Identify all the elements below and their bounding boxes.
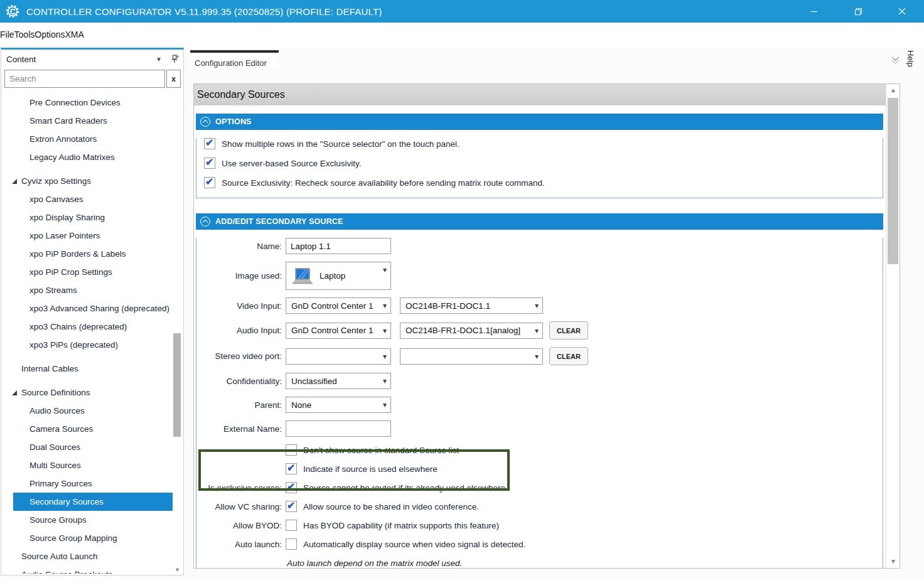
app-gear-icon: C xyxy=(5,4,20,19)
scrollbar-thumb[interactable] xyxy=(888,98,898,264)
dont-show-checkbox[interactable]: ✔ xyxy=(286,444,297,456)
checkbox-label: Show multiple rows in the "Source select… xyxy=(222,139,459,149)
name-label: Name: xyxy=(196,242,282,251)
name-input[interactable] xyxy=(286,238,391,254)
byod-checkbox[interactable]: ✔ xyxy=(286,520,297,531)
tree-item-label: Audio Source Breakouts xyxy=(21,570,113,574)
close-button[interactable] xyxy=(880,0,924,23)
menu-options[interactable]: Options xyxy=(35,26,65,43)
tree-item[interactable]: Primary Sources xyxy=(1,474,183,493)
menu-file[interactable]: File xyxy=(0,26,14,43)
checkbox-label: Use server-based Source Exclusivity. xyxy=(222,159,362,168)
addedit-section-header[interactable]: ADD/EDIT SECONDARY SOURCE xyxy=(196,213,883,230)
menu-tools[interactable]: Tools xyxy=(14,26,35,43)
tab-label: Configuration Editor xyxy=(195,58,267,68)
audio-port-value: OC214B-FR1-DOC1.1[analog] xyxy=(406,326,520,335)
collapse-chevrons-icon[interactable] xyxy=(891,56,900,65)
close-icon xyxy=(898,8,906,15)
vc-sharing-label: Allow VC sharing: xyxy=(196,502,282,511)
audio-device-dropdown[interactable]: GnD Control Center 1 xyxy=(286,323,391,339)
auto-launch-checkbox[interactable]: ✔ xyxy=(286,538,297,550)
indicate-checkbox[interactable]: ✔ xyxy=(286,463,297,474)
checkbox[interactable]: ✔ xyxy=(204,138,215,149)
tree-item[interactable]: Audio Sources xyxy=(1,402,183,420)
tree-item[interactable]: Source Groups xyxy=(1,511,183,529)
tree-item[interactable]: xpo Canvases xyxy=(1,190,183,208)
tree-item[interactable]: Source Auto Launch xyxy=(1,547,183,565)
content-sidebar: Content ▼ x Pre Connection Devices Smart… xyxy=(1,48,184,575)
tree-item[interactable]: xpo3 PiPs (deprecated) xyxy=(1,336,183,354)
stereo-device-dropdown[interactable] xyxy=(286,348,391,365)
external-name-input[interactable] xyxy=(286,420,391,437)
tab-configuration-editor[interactable]: Configuration Editor xyxy=(190,50,279,68)
tree-item[interactable]: Dual Sources xyxy=(1,438,183,456)
menu-m[interactable]: M xyxy=(71,26,78,43)
sidebar-header: Content ▼ xyxy=(1,50,183,68)
tree-item[interactable]: xpo3 Advanced Sharing (deprecated) xyxy=(1,299,183,318)
tree-item[interactable]: xpo PiP Borders & Labels xyxy=(1,245,183,263)
options-section-header[interactable]: OPTIONS xyxy=(196,114,883,130)
scroll-up-icon[interactable]: ▲ xyxy=(173,52,181,60)
collapse-circle-icon[interactable] xyxy=(200,217,210,227)
tree-item[interactable]: Secondary Sources xyxy=(13,493,173,511)
tree-item[interactable]: Source Definitions xyxy=(1,383,183,402)
tree-item[interactable]: xpo3 Chains (deprecated) xyxy=(1,318,183,336)
tree-item-label: Internal Cables xyxy=(21,364,78,373)
tree-item[interactable]: Pre Connection Devices xyxy=(1,94,183,112)
menu-bar: File Tools Options X M A xyxy=(0,23,924,46)
tree-item[interactable]: Source Group Mapping xyxy=(1,529,183,547)
video-input-label: Video Input: xyxy=(196,301,282,311)
tree-item[interactable]: Audio Source Breakouts xyxy=(1,565,183,574)
menu-a[interactable]: A xyxy=(78,26,84,43)
tree-item[interactable]: Internal Cables xyxy=(1,360,183,378)
checkbox[interactable]: ✔ xyxy=(204,158,215,169)
option-row: ✔ Source Exclusivity: Recheck source ava… xyxy=(204,177,883,188)
menu-x[interactable]: X xyxy=(65,26,71,43)
restore-button[interactable] xyxy=(836,0,880,23)
collapse-circle-icon[interactable] xyxy=(200,117,210,127)
tree-item-label: xpo Canvases xyxy=(30,195,83,204)
option-row: ✔ Use server-based Source Exclusivity. xyxy=(204,158,883,169)
minimize-icon xyxy=(810,8,818,15)
exclusive-checkbox[interactable]: ✔ xyxy=(286,482,297,493)
confidentiality-dropdown[interactable]: Unclassified xyxy=(286,373,391,389)
byod-desc-label: Has BYOD capability (if matrix supports … xyxy=(303,521,499,530)
image-used-label: Image used: xyxy=(196,271,282,281)
parent-label: Parent: xyxy=(196,400,282,410)
video-port-dropdown[interactable]: OC214B-FR1-DOC1.1 xyxy=(400,297,543,314)
svg-text:C: C xyxy=(10,8,16,16)
sidebar-scrollbar[interactable]: ▲ ▼ xyxy=(173,52,181,574)
tab-help[interactable]: Help xyxy=(905,48,916,70)
scroll-down-icon[interactable]: ▼ xyxy=(173,566,181,574)
editor-scrollbar[interactable]: ▲ ▼ xyxy=(886,84,900,568)
chevron-down-icon[interactable]: ▼ xyxy=(156,56,162,63)
minimize-button[interactable] xyxy=(792,0,836,23)
app-window: C CONTROLLER CONFIGURATOR V5.11.999.35 (… xyxy=(0,0,924,578)
tree-item[interactable]: Cyviz xpo Settings xyxy=(1,172,183,190)
image-used-dropdown[interactable]: Laptop xyxy=(286,262,391,290)
audio-port-dropdown[interactable]: OC214B-FR1-DOC1.1[analog] xyxy=(400,323,543,339)
audio-clear-button[interactable]: CLEAR xyxy=(549,321,588,340)
tree-item[interactable]: xpo PiP Crop Settings xyxy=(1,263,183,281)
stereo-clear-button[interactable]: CLEAR xyxy=(549,347,588,365)
tree-item[interactable]: Smart Card Readers xyxy=(1,112,183,130)
tree-item[interactable]: xpo Laser Pointers xyxy=(1,227,183,245)
tree-item[interactable]: Legacy Audio Matrixes xyxy=(1,148,183,166)
tree-item-label: xpo Streams xyxy=(30,286,77,295)
tree-item[interactable]: xpo Display Sharing xyxy=(1,208,183,227)
vc-checkbox[interactable]: ✔ xyxy=(286,501,297,512)
video-device-dropdown[interactable]: GnD Control Center 1 xyxy=(286,297,391,314)
search-input[interactable] xyxy=(4,70,165,88)
stereo-port-dropdown[interactable] xyxy=(400,348,543,365)
tree-item[interactable]: Camera Sources xyxy=(1,420,183,438)
tree-item[interactable]: Multi Sources xyxy=(1,456,183,474)
tree-item-label: Audio Sources xyxy=(30,406,85,415)
tree-item[interactable]: Extron Annotators xyxy=(1,130,183,148)
scrollbar-thumb[interactable] xyxy=(173,333,181,437)
scroll-down-icon[interactable]: ▼ xyxy=(886,557,900,567)
scroll-up-icon[interactable]: ▲ xyxy=(886,85,900,95)
checkbox[interactable]: ✔ xyxy=(204,177,215,188)
parent-dropdown[interactable]: None xyxy=(286,397,391,413)
confidentiality-value: Unclassified xyxy=(291,377,337,386)
tree-item[interactable]: xpo Streams xyxy=(1,281,183,299)
